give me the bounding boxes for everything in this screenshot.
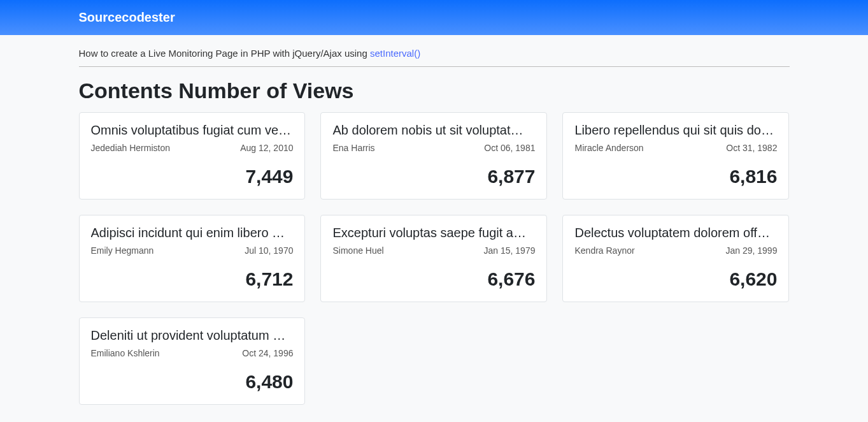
card-views: 6,676 — [332, 268, 535, 290]
card-views: 6,877 — [332, 166, 535, 187]
card-views: 6,712 — [91, 268, 294, 290]
card-title: Deleniti ut provident voluptatum … — [91, 328, 294, 343]
card-date: Jan 15, 1979 — [484, 245, 536, 256]
card-date: Oct 24, 1996 — [242, 348, 293, 358]
content-card: Excepturi voluptas saepe fugit a… Simone… — [320, 215, 547, 302]
card-author: Jedediah Hermiston — [91, 143, 171, 153]
content-card: Omnis voluptatibus fugiat cum ve… Jededi… — [79, 112, 306, 200]
page-heading: Contents Number of Views — [79, 78, 790, 103]
subtitle-link[interactable]: setInterval() — [370, 48, 420, 59]
card-author: Simone Huel — [332, 245, 383, 256]
card-views: 6,480 — [91, 371, 294, 393]
card-date: Jul 10, 1970 — [245, 245, 293, 256]
card-date: Oct 31, 1982 — [726, 143, 777, 153]
content-card: Libero repellendus qui sit quis do… Mira… — [562, 112, 789, 200]
divider — [79, 66, 790, 67]
card-author: Ena Harris — [332, 143, 374, 153]
card-author: Kendra Raynor — [574, 245, 634, 256]
card-title: Delectus voluptatem dolorem off… — [574, 226, 777, 240]
content-card: Delectus voluptatem dolorem off… Kendra … — [562, 215, 789, 302]
page-subtitle: How to create a Live Monitoring Page in … — [79, 35, 790, 66]
navbar: Sourcecodester — [0, 0, 868, 35]
card-author: Emily Hegmann — [91, 245, 154, 256]
card-title: Libero repellendus qui sit quis do… — [574, 123, 777, 138]
card-views: 6,816 — [574, 166, 777, 187]
card-date: Oct 06, 1981 — [484, 143, 535, 153]
card-title: Adipisci incidunt qui enim libero … — [91, 226, 294, 240]
card-author: Miracle Anderson — [574, 143, 643, 153]
card-date: Aug 12, 2010 — [240, 143, 293, 153]
card-title: Excepturi voluptas saepe fugit a… — [332, 226, 535, 240]
card-title: Omnis voluptatibus fugiat cum ve… — [91, 123, 294, 138]
navbar-brand[interactable]: Sourcecodester — [79, 10, 175, 24]
card-title: Ab dolorem nobis ut sit voluptat… — [332, 123, 535, 138]
card-views: 6,620 — [574, 268, 777, 290]
card-views: 7,449 — [91, 166, 294, 187]
content-card: Deleniti ut provident voluptatum … Emili… — [79, 317, 306, 405]
content-card: Adipisci incidunt qui enim libero … Emil… — [79, 215, 306, 302]
content-card: Ab dolorem nobis ut sit voluptat… Ena Ha… — [320, 112, 547, 200]
card-grid: Omnis voluptatibus fugiat cum ve… Jededi… — [79, 112, 790, 405]
subtitle-text: How to create a Live Monitoring Page in … — [79, 48, 370, 59]
card-date: Jan 29, 1999 — [725, 245, 777, 256]
card-author: Emiliano Kshlerin — [91, 348, 160, 358]
